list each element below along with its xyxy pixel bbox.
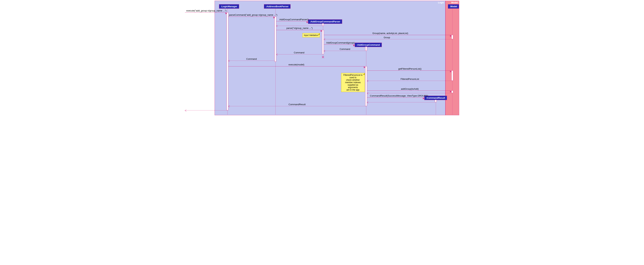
parser-ctor-activation — [322, 23, 324, 26]
arrow-addgroup-return — [367, 93, 452, 93]
addgroupcommandparser-head: :AddGroupCommandParser — [308, 20, 342, 24]
parser-destroy-icon — [322, 56, 324, 58]
model-addgroup-activation — [452, 90, 453, 93]
addressbookparser-head: :AddressBookParser — [264, 4, 290, 9]
commandresult-activation — [435, 100, 436, 102]
arrow-execute-model — [228, 66, 365, 66]
model-head: :Model — [448, 4, 459, 9]
arrow-command-return3 — [228, 60, 275, 61]
command-ctor-activation — [365, 46, 367, 51]
msg-command-return3: Command — [246, 58, 257, 60]
logic-label: Logic — [438, 1, 444, 4]
command-exec-activation — [365, 66, 367, 106]
arrow-command-return1 — [324, 51, 365, 51]
note-filtered: FilteredPersonList is used to check whet… — [341, 73, 365, 92]
model-filtered-activation — [452, 70, 453, 81]
arrow-parsecommand — [228, 16, 275, 17]
arrow-get-filtered — [367, 70, 452, 71]
msg-get-filtered: getFilteredPersonList() — [398, 68, 422, 70]
model-lifeline — [452, 8, 452, 114]
logicmanager-head: :LogicManager — [219, 4, 239, 9]
msg-command-return1: Command — [340, 48, 350, 51]
arrow-group-return — [324, 39, 452, 39]
arrow-parse — [276, 30, 322, 30]
arrow-result-return — [228, 106, 365, 106]
model-label: Model — [451, 1, 458, 4]
msg-newparser: AddGroupCommandParser() — [280, 18, 309, 21]
msg-result-return: CommandResult — [288, 103, 306, 106]
arrow-newparser-return — [276, 26, 322, 26]
arrow-out-return — [185, 110, 227, 110]
arrow-execute — [185, 12, 227, 12]
arrow-command-return2 — [276, 54, 322, 54]
msg-addgroup: addGroup(toAdd) — [401, 88, 419, 90]
msg-execute: execute("add_group n/group_name ...") — [186, 9, 226, 12]
msg-command-return2: Command — [294, 51, 304, 54]
addgroupcommand-head: :AddGroupCommand — [355, 43, 382, 47]
model-group-activation — [452, 35, 453, 39]
msg-group-ctor: Group(name, activityList, placeList) — [372, 32, 408, 35]
note-input-validation: Input Validation — [302, 33, 320, 37]
note-input-validation-text: Input Validation — [304, 34, 318, 36]
msg-execute-model: execute(model) — [288, 63, 304, 66]
msg-newresult: CommandResult(SuccessMessage, ViewType.G… — [370, 94, 428, 98]
msg-filtered-return: FilteredPersonList — [401, 78, 419, 81]
note-filtered-text: FilteredPersonList is used to check whet… — [343, 74, 363, 91]
msg-newcommand: AddGroupCommand(group) — [326, 42, 355, 44]
msg-parse: parse("n/group_name ...") — [286, 27, 313, 30]
msg-parsecommand: parseCommand("add_group n/group_name ...… — [229, 14, 277, 16]
msg-group-return: Group — [384, 36, 390, 39]
sequence-diagram: Logic Model :LogicManager :AddressBookPa… — [185, 0, 460, 116]
arrow-addgroup — [367, 90, 452, 91]
